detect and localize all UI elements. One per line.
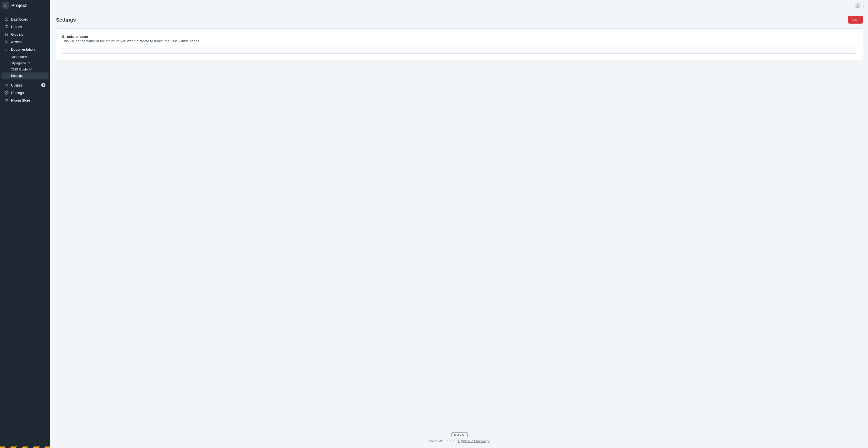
info-icon: i (487, 440, 490, 443)
version-text: Craft CMS 3.7.30.1 (429, 440, 455, 443)
book-icon (4, 47, 8, 51)
svg-point-9 (5, 41, 6, 42)
edition-badge[interactable]: SOLO (451, 433, 468, 437)
structure-name-input[interactable] (62, 46, 857, 54)
newspaper-icon (4, 25, 8, 29)
sidebar-item-plugin-store[interactable]: Plugin Store (1, 97, 49, 104)
subnav-item-dashboard[interactable]: Dashboard (1, 54, 49, 60)
field-structure-name: Structure name This will be the name of … (62, 35, 857, 54)
site-icon: C (2, 2, 9, 9)
subnav-label: Styleguide (11, 61, 26, 65)
nav-label: Documentation (11, 47, 45, 51)
nav-label: Assets (11, 40, 45, 44)
image-icon (4, 40, 8, 44)
site-name: Project (11, 3, 27, 8)
subnav-label: CMS Guide (11, 67, 28, 71)
nav-label: Dashboard (11, 17, 45, 21)
nav-label: Utilities (11, 83, 39, 87)
external-link-icon (29, 68, 32, 71)
main: Settings Save Structure name This will b… (50, 0, 868, 448)
gear-icon (4, 91, 8, 95)
page-header: Settings Save (56, 16, 863, 24)
chevron-down-icon (862, 4, 865, 7)
svg-point-11 (857, 4, 859, 5)
user-menu[interactable] (855, 2, 865, 9)
topbar (50, 0, 868, 11)
sidebar-item-entries[interactable]: Entries (1, 23, 49, 31)
plug-icon (4, 98, 8, 102)
footer: SOLO Craft CMS 3.7.30.1 Upgrade to Craft… (56, 422, 863, 443)
settings-pane: Structure name This will be the name of … (56, 29, 863, 60)
dev-mode-stripe (0, 447, 50, 448)
sidebar-item-utilities[interactable]: Utilities 2 (1, 81, 49, 89)
nav-label: Settings (11, 91, 45, 95)
subnav-label: Dashboard (11, 55, 27, 59)
utilities-badge: 2 (41, 83, 45, 87)
sidebar-item-dashboard[interactable]: Dashboard (1, 15, 49, 23)
external-link-icon (28, 62, 30, 65)
nav-label: Plugin Store (11, 98, 45, 102)
avatar (855, 2, 861, 9)
sidebar-header[interactable]: C Project (0, 0, 50, 11)
content: Settings Save Structure name This will b… (50, 11, 868, 448)
subnav-label: Settings (11, 74, 23, 77)
upgrade-link[interactable]: Upgrade to Craft Pro i (458, 440, 490, 443)
nav-label: Globals (11, 32, 45, 36)
field-heading: Structure name (62, 35, 857, 39)
sidebar-item-settings[interactable]: Settings (1, 89, 49, 97)
sidebar-item-globals[interactable]: Globals (1, 31, 49, 38)
globe-icon (4, 32, 8, 36)
upgrade-link-label: Upgrade to Craft Pro (458, 440, 486, 443)
subnav-item-styleguide[interactable]: Styleguide (1, 60, 49, 66)
sidebar-item-assets[interactable]: Assets (1, 38, 49, 46)
save-button[interactable]: Save (848, 16, 863, 24)
nav-label: Entries (11, 25, 45, 29)
field-instructions: This will be the name of the structure y… (62, 39, 857, 43)
wrench-icon (4, 83, 8, 87)
sidebar-item-documentation[interactable]: Documentation (1, 46, 49, 53)
subnav-item-cms-guide[interactable]: CMS Guide (1, 66, 49, 72)
svg-point-10 (6, 92, 7, 93)
gauge-icon (4, 17, 8, 21)
page-title: Settings (56, 17, 76, 23)
subnav-item-settings[interactable]: Settings (1, 72, 49, 79)
sidebar: C Project Dashboard Entries Globals (0, 0, 50, 448)
